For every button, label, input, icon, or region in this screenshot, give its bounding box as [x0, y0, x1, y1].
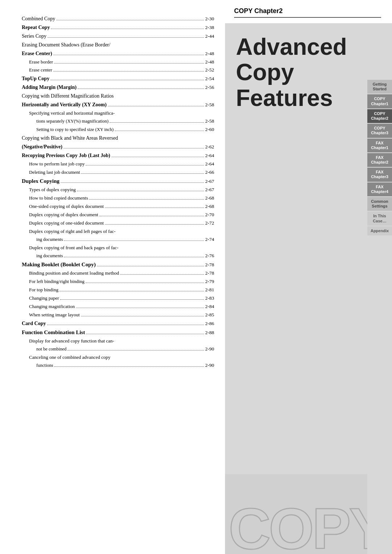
toc-page-number: 2-85 — [205, 311, 214, 319]
toc-entry-text: Duplex Copying — [22, 177, 60, 186]
toc-entry: Duplex Copying2-67 — [22, 177, 214, 186]
toc-entry-text: (Negative/Positive) — [22, 143, 62, 151]
toc-entry-text: Duplex copying of one-sided document — [29, 219, 104, 227]
toc-dots — [115, 131, 204, 131]
toc-page-number: 2-67 — [205, 177, 214, 186]
toc-entry: Changing magnification2-84 — [22, 303, 214, 311]
toc-entry-text: Horizontally and Vertically (XY Zoom) — [22, 100, 107, 109]
toc-dots — [50, 80, 204, 80]
sidebar-tab-2[interactable]: COPY Chapter2 — [367, 109, 392, 123]
toc-page-number: 2-78 — [205, 269, 214, 278]
toc-page-number: 2-58 — [205, 117, 214, 126]
toc-entry: Series Copy2-44 — [22, 32, 214, 41]
toc-entry: How to bind copied documents2-68 — [22, 194, 214, 202]
toc-page-number: 2-67 — [205, 186, 214, 194]
title-line1: Advanced — [236, 34, 381, 59]
toc-dots — [60, 291, 204, 291]
toc-page-number: 2-90 — [205, 361, 214, 370]
toc-entry: Canceling one of combined advanced copy — [22, 353, 214, 361]
toc-entry-text: Combined Copy — [22, 15, 55, 23]
toc-dots — [56, 20, 204, 20]
toc-dots — [105, 224, 204, 225]
toc-column: Combined Copy2-30Repeat Copy2-38Series C… — [0, 0, 225, 554]
sidebar-tab-4[interactable]: FAX Chapter1 — [367, 139, 392, 152]
toc-entry: not be combined2-90 — [22, 345, 214, 353]
toc-dots — [81, 316, 204, 316]
toc-entry: Duplex copying of duplex document2-70 — [22, 211, 214, 219]
toc-entry: Duplex copying of front and back pages o… — [22, 244, 214, 252]
toc-entry-text: Canceling one of combined advanced copy — [29, 353, 110, 361]
big-title: Advanced Copy Features — [236, 34, 381, 111]
toc-entry: Erase center2-52 — [22, 66, 214, 74]
toc-entry: Copying with Black and White Areas Rever… — [22, 134, 214, 143]
toc-entry-text: ing documents — [36, 252, 63, 260]
toc-entry: Horizontally and Vertically (XY Zoom)2-5… — [22, 100, 214, 109]
sidebar-tab-3[interactable]: COPY Chapter3 — [367, 124, 392, 138]
toc-entry: Changing paper2-83 — [22, 294, 214, 303]
toc-page-number: 2-58 — [205, 101, 214, 109]
toc-dots — [64, 241, 204, 241]
toc-entry-text: Repeat Copy — [22, 23, 50, 32]
toc-entry-text: Making Booklet (Booklet Copy) — [22, 260, 96, 270]
toc-dots — [64, 257, 204, 257]
sidebar-tab-5[interactable]: FAX Chapter2 — [367, 153, 392, 167]
toc-dots — [105, 208, 204, 208]
toc-entry-text: Duplex copying of front and back pages o… — [29, 244, 118, 252]
toc-entry: Specifying vertical and horizontal magni… — [22, 109, 214, 117]
toc-entry-text: Copying with Black and White Areas Rever… — [22, 134, 118, 143]
toc-page-number: 2-38 — [205, 24, 214, 32]
toc-entry: Function Combination List2-88 — [22, 328, 214, 337]
toc-page-number: 2-52 — [205, 66, 214, 74]
toc-entry-text: When setting image layout — [29, 311, 80, 319]
watermark-area: COPY — [225, 474, 367, 554]
chapter-header-box: COPY Chapter2 — [225, 0, 392, 23]
sidebar-tab-8[interactable]: Common Settings — [367, 197, 392, 211]
toc-entry-text: Setting to copy to specified size (XY in… — [36, 126, 114, 134]
toc-page-number: 2-44 — [205, 32, 214, 41]
toc-entry-text: functions — [36, 362, 53, 369]
toc-page-number: 2-64 — [205, 160, 214, 168]
toc-entry-text: Erasing Document Shadows (Erase Border/ — [22, 41, 110, 49]
sidebar-tab-7[interactable]: FAX Chapter4 — [367, 182, 392, 196]
toc-page-number: 2-88 — [205, 329, 214, 337]
toc-page-number: 2-72 — [205, 219, 214, 227]
sidebar-tab-0[interactable]: Getting Started — [367, 80, 392, 94]
sidebar-tab-6[interactable]: FAX Chapter3 — [367, 168, 392, 181]
toc-entry-text: Specifying vertical and horizontal magni… — [29, 109, 115, 117]
toc-page-number: 2-90 — [205, 345, 214, 353]
sidebar-tab-10[interactable]: Appendix — [367, 226, 392, 235]
toc-entry: When setting image layout2-85 — [22, 311, 214, 319]
toc-dots — [53, 71, 204, 71]
sidebar-tab-9[interactable]: In This Case… — [367, 212, 392, 225]
toc-dots — [64, 148, 204, 148]
toc-page-number: 2-64 — [205, 152, 214, 160]
toc-page-number: 2-60 — [205, 126, 214, 134]
toc-entry-text: Copying with Different Magnification Rat… — [22, 92, 114, 100]
chapter-label: COPY Chapter2 — [234, 7, 381, 18]
toc-page-number: 2-68 — [205, 194, 214, 202]
toc-dots — [54, 63, 204, 63]
toc-entry-text: Function Combination List — [22, 328, 85, 337]
toc-dots — [60, 299, 204, 300]
toc-entry-text: Binding position and document loading me… — [29, 269, 119, 277]
right-column: COPY Chapter2 Advanced Copy Features Get… — [225, 0, 392, 554]
toc-dots — [51, 29, 204, 29]
toc-entry-text: Adding Margin (Margin) — [22, 83, 77, 92]
toc-entry: (Negative/Positive)2-62 — [22, 143, 214, 151]
toc-entry-text: Duplex copying of duplex document — [29, 211, 98, 219]
toc-entry-text: Deleting last job document — [29, 168, 80, 176]
toc-entry-text: For top binding — [29, 286, 58, 294]
toc-entry: Setting to copy to specified size (XY in… — [22, 126, 214, 134]
toc-dots — [97, 266, 204, 266]
sidebar-tab-1[interactable]: COPY Chapter1 — [367, 94, 392, 108]
toc-dots — [78, 89, 204, 89]
toc-entry: Erasing Document Shadows (Erase Border/ — [22, 41, 214, 49]
toc-entry: Binding position and document loading me… — [22, 269, 214, 278]
toc-dots — [77, 191, 204, 191]
toc-page-number: 2-79 — [205, 278, 214, 286]
toc-entry-text: tions separately (XY(%) magnification) — [36, 118, 109, 125]
toc-dots — [110, 122, 204, 123]
toc-page-number: 2-62 — [205, 143, 214, 151]
toc-entry-text: Duplex copying of right and left pages o… — [29, 227, 115, 235]
toc-dots — [108, 106, 204, 106]
